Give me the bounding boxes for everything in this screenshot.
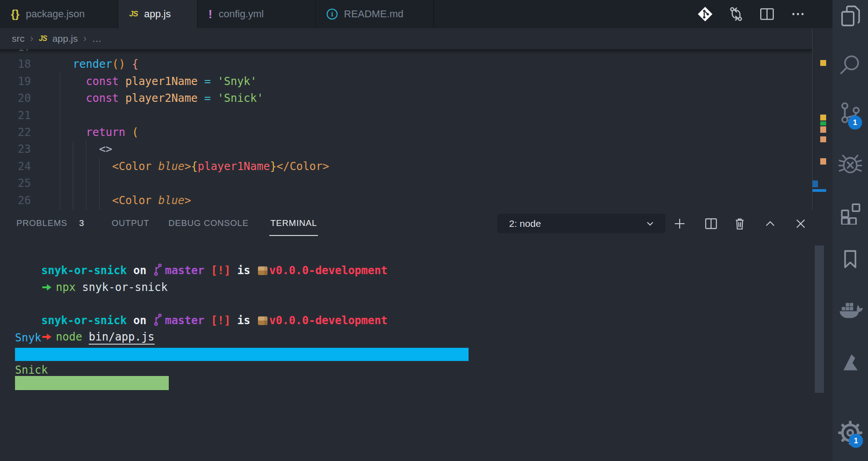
search-button[interactable] <box>833 54 868 77</box>
tab-package-json[interactable]: {} package.json <box>0 0 118 28</box>
git-graph-button[interactable] <box>696 5 714 23</box>
source-control-badge: 1 <box>848 115 862 130</box>
explorer-button[interactable] <box>833 4 868 28</box>
overview-mark-orange <box>820 126 826 133</box>
prompt-arrow-icon <box>41 281 52 296</box>
debug-button[interactable] <box>833 151 868 175</box>
code-editor[interactable]: 17 18 render() { 19 const player1Name = … <box>0 49 812 210</box>
code-line: 17 <box>0 49 812 56</box>
tab-label: app.js <box>144 8 171 20</box>
tab-debug-console[interactable]: DEBUG CONSOLE <box>168 218 248 228</box>
tab-app-js[interactable]: JS app.js <box>118 0 197 28</box>
overview-mark-yellow <box>820 60 826 66</box>
compare-changes-button[interactable] <box>727 5 745 23</box>
bookmarks-button[interactable] <box>833 247 868 271</box>
azure-button[interactable] <box>833 350 868 375</box>
js-file-icon: JS <box>39 35 47 43</box>
extensions-icon <box>838 200 863 225</box>
breadcrumb-symbol[interactable]: … <box>92 33 101 44</box>
split-editor-button[interactable] <box>758 5 776 23</box>
code-line: 26 <Color blue> <box>0 192 812 209</box>
chevron-right-icon: › <box>30 33 33 45</box>
overview-viewport-indicator <box>812 189 826 192</box>
overview-mark-blue <box>812 180 818 187</box>
terminal-selector-value: 2: node <box>509 218 541 229</box>
code-line: 21 <box>0 107 812 124</box>
activity-bar: 1 <box>833 0 868 461</box>
chevron-right-icon: › <box>83 33 86 45</box>
tab-terminal[interactable]: TERMINAL <box>269 210 318 236</box>
settings-badge: 1 <box>849 434 863 448</box>
player2-progress-bar <box>15 376 169 390</box>
code-line: 20 const player2Name = 'Snick' <box>0 90 812 107</box>
code-line: 24 <Color blue>{player1Name}</Color> <box>0 158 812 175</box>
tab-label: config.yml <box>219 8 264 20</box>
indent-guide <box>86 141 86 210</box>
kill-terminal-button[interactable] <box>732 216 747 231</box>
tab-label: README.md <box>344 8 404 20</box>
player1-progress-bar <box>15 348 469 361</box>
indent-guide <box>73 141 73 210</box>
breadcrumb-folder[interactable]: src <box>12 33 25 44</box>
code-line: 22 return ( <box>0 124 812 141</box>
git-diamond-icon <box>697 6 713 22</box>
package-icon <box>258 266 267 275</box>
close-panel-button[interactable] <box>793 216 808 231</box>
terminal-scrollbar[interactable] <box>815 246 824 393</box>
info-icon: i <box>327 9 338 20</box>
overview-mark-green <box>820 121 826 125</box>
indent-guide <box>60 73 60 210</box>
package-icon <box>258 316 267 325</box>
plus-icon <box>672 216 687 231</box>
code-line: 18 render() { <box>0 56 812 73</box>
breadcrumb-file[interactable]: app.js <box>52 33 78 44</box>
code-line: 23 <> <box>0 141 812 158</box>
js-file-icon: JS <box>129 10 138 19</box>
overview-mark-orange <box>820 136 826 142</box>
docker-button[interactable] <box>833 296 868 321</box>
tab-readme-md[interactable]: i README.md <box>316 0 434 28</box>
azure-icon <box>838 350 863 375</box>
extensions-button[interactable] <box>833 200 868 225</box>
overview-mark-orange <box>820 158 826 165</box>
close-icon <box>793 216 808 231</box>
source-control-button[interactable]: 1 <box>833 101 868 125</box>
code-line: 25 <box>0 175 812 192</box>
tab-config-yml[interactable]: ! config.yml <box>197 0 316 28</box>
problems-count: 3 <box>79 218 84 228</box>
code-line: 19 const player1Name = 'Snyk' <box>0 73 812 90</box>
terminal-selector[interactable]: 2: node <box>497 214 666 233</box>
prompt-arrow-icon <box>41 331 52 346</box>
indent-guide <box>99 158 100 210</box>
json-file-icon: {} <box>11 8 20 20</box>
search-icon <box>838 54 862 77</box>
new-terminal-button[interactable] <box>672 216 687 231</box>
trash-icon <box>732 216 747 231</box>
settings-button[interactable]: 1 <box>833 420 868 446</box>
warning-icon: ! <box>208 7 212 21</box>
git-branch-icon <box>154 314 162 330</box>
split-panel-icon <box>704 216 718 231</box>
editor-actions <box>696 0 807 28</box>
bookmark-icon <box>838 247 862 271</box>
debug-bug-icon <box>838 151 863 175</box>
maximize-panel-button[interactable] <box>762 216 778 231</box>
overview-mark-yellow <box>820 115 826 120</box>
docker-whale-icon <box>838 296 863 321</box>
breadcrumb: src › JS app.js › … <box>0 28 812 49</box>
tab-problems[interactable]: PROBLEMS <box>16 218 67 228</box>
chevron-down-icon <box>645 218 656 229</box>
files-icon <box>838 4 863 28</box>
chevron-up-icon <box>763 216 777 231</box>
split-terminal-button[interactable] <box>703 216 719 231</box>
panel-tab-bar: PROBLEMS 3 OUTPUT DEBUG CONSOLE TERMINAL <box>16 210 318 236</box>
tab-label: package.json <box>26 8 85 20</box>
player1-label: Snyk <box>15 331 41 346</box>
tab-output[interactable]: OUTPUT <box>111 218 149 228</box>
more-actions-button[interactable] <box>789 5 807 23</box>
